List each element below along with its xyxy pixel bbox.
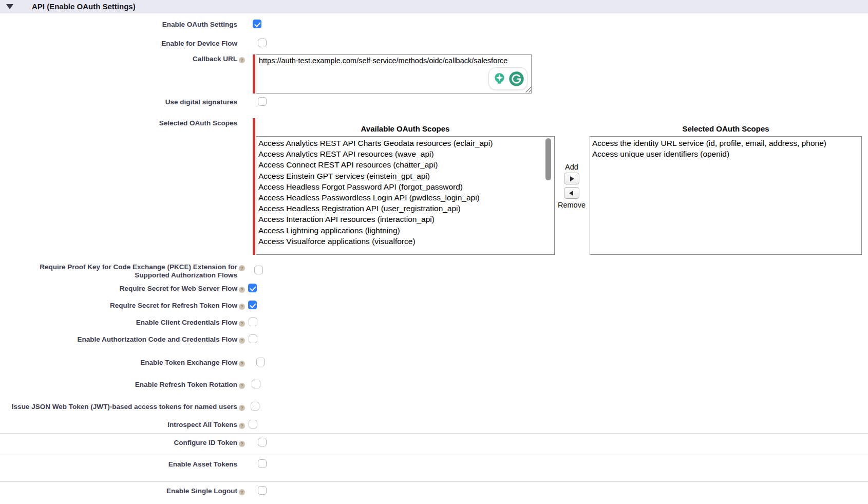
suggestion-bulb-icon[interactable]: [492, 71, 507, 86]
refresh-rotation-checkbox[interactable]: [252, 380, 260, 388]
oauth-settings-section: API (Enable OAuth Settings) Enable OAuth…: [0, 0, 868, 504]
token-exchange-label: Enable Token Exchange Flow: [0, 359, 237, 367]
pkce-label: Require Proof Key for Code Exchange (PKC…: [0, 263, 237, 279]
token-exchange-checkbox[interactable]: [256, 358, 265, 366]
asset-tokens-checkbox[interactable]: [258, 459, 267, 468]
single-logout-checkbox[interactable]: [258, 486, 267, 495]
device-flow-checkbox[interactable]: [258, 39, 267, 47]
auth-code-credentials-label: Enable Authorization Code and Credential…: [0, 335, 237, 344]
arrow-left-icon: [569, 191, 573, 196]
grammar-extension-widget[interactable]: [488, 67, 527, 90]
section-title: API (Enable OAuth Settings): [32, 0, 136, 13]
introspect-label: Introspect All Tokens: [0, 421, 237, 429]
oauth-scopes-label: Selected OAuth Scopes: [0, 119, 237, 127]
device-flow-label: Enable for Device Flow: [0, 40, 237, 47]
scope-option[interactable]: Access Connect REST API resources (chatt…: [256, 159, 554, 170]
digital-signatures-checkbox[interactable]: [258, 97, 267, 106]
scope-option[interactable]: Access Lightning applications (lightning…: [256, 225, 554, 236]
row-divider: [0, 481, 868, 482]
row-divider: [0, 433, 868, 434]
single-logout-label: Enable Single Logout: [0, 487, 237, 495]
selected-scopes-title: Selected OAuth Scopes: [590, 124, 862, 133]
client-credentials-checkbox[interactable]: [249, 318, 257, 326]
available-scopes-title: Available OAuth Scopes: [256, 124, 555, 133]
scope-option[interactable]: Access Headless Registration API (user_r…: [256, 203, 554, 214]
help-icon[interactable]: [239, 441, 245, 447]
add-label: Add: [555, 163, 589, 171]
scope-option[interactable]: Access Einstein GPT services (einstein_g…: [256, 171, 554, 181]
enable-oauth-checkbox[interactable]: [253, 20, 261, 28]
scope-option[interactable]: Access Analytics REST API Charts Geodata…: [256, 138, 554, 148]
help-icon[interactable]: [239, 321, 245, 327]
section-header: API (Enable OAuth Settings): [0, 0, 868, 13]
available-scopes-listbox[interactable]: Access Analytics REST API Charts Geodata…: [256, 136, 555, 255]
help-icon[interactable]: [239, 57, 245, 63]
required-field-bar: [253, 118, 255, 255]
textarea-resize-handle[interactable]: [524, 85, 532, 92]
auth-code-credentials-checkbox[interactable]: [249, 334, 257, 343]
help-icon[interactable]: [239, 361, 245, 367]
secret-web-server-checkbox[interactable]: [248, 284, 257, 292]
scope-option[interactable]: Access Visualforce applications (visualf…: [256, 236, 554, 247]
pkce-checkbox[interactable]: [254, 266, 263, 274]
introspect-checkbox[interactable]: [249, 420, 257, 428]
configure-id-token-checkbox[interactable]: [258, 438, 267, 446]
secret-refresh-token-checkbox[interactable]: [248, 301, 257, 309]
collapse-triangle-icon[interactable]: [6, 4, 13, 9]
help-icon[interactable]: [239, 265, 245, 271]
refresh-rotation-label: Enable Refresh Token Rotation: [0, 381, 237, 389]
arrow-right-icon: [570, 176, 574, 181]
enable-oauth-label: Enable OAuth Settings: [0, 21, 237, 28]
help-icon[interactable]: [239, 423, 245, 429]
grammarly-icon[interactable]: [508, 71, 524, 87]
secret-web-server-label: Require Secret for Web Server Flow: [0, 285, 237, 293]
asset-tokens-label: Enable Asset Tokens: [0, 460, 237, 468]
scope-option[interactable]: Access the identity URL service (id, pro…: [590, 138, 861, 148]
configure-id-token-label: Configure ID Token: [0, 439, 237, 447]
listbox-scrollbar-thumb[interactable]: [545, 138, 551, 180]
scope-option[interactable]: Access Analytics REST API resources (wav…: [256, 148, 554, 159]
jwt-tokens-checkbox[interactable]: [251, 402, 259, 410]
digital-signatures-label: Use digital signatures: [0, 98, 237, 106]
jwt-tokens-label: Issue JSON Web Token (JWT)-based access …: [0, 403, 237, 411]
remove-label: Remove: [555, 201, 589, 209]
scope-option[interactable]: Access Headless Forgot Password API (for…: [256, 181, 554, 192]
scope-option[interactable]: Access Headless Passwordless Login API (…: [256, 192, 554, 203]
help-icon[interactable]: [239, 489, 245, 495]
scope-option[interactable]: Access unique user identifiers (openid): [590, 148, 861, 159]
help-icon[interactable]: [239, 287, 245, 293]
callback-url-label: Callback URL: [0, 55, 237, 63]
client-credentials-label: Enable Client Credentials Flow: [0, 319, 237, 327]
secret-refresh-token-label: Require Secret for Refresh Token Flow: [0, 302, 237, 310]
help-icon[interactable]: [239, 383, 245, 389]
selected-scopes-listbox[interactable]: Access the identity URL service (id, pro…: [590, 136, 862, 255]
help-icon[interactable]: [239, 405, 245, 411]
add-scope-button[interactable]: [564, 173, 579, 184]
scope-option[interactable]: Access Interaction API resources (intera…: [256, 214, 554, 225]
remove-scope-button[interactable]: [564, 187, 579, 199]
help-icon[interactable]: [239, 338, 245, 344]
row-divider: [0, 455, 868, 455]
help-icon[interactable]: [239, 304, 245, 310]
required-field-bar: [253, 54, 255, 94]
